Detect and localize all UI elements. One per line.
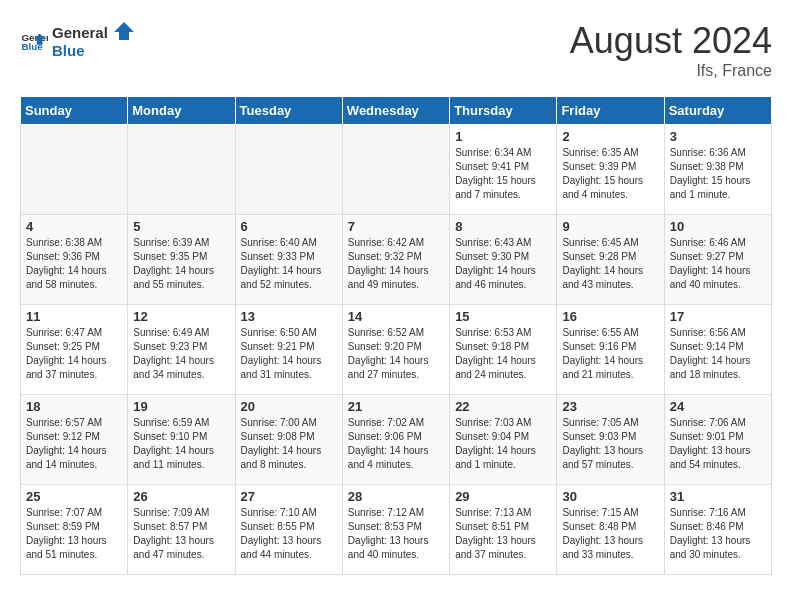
day-info: Sunrise: 6:34 AM Sunset: 9:41 PM Dayligh… [455, 146, 551, 202]
calendar-cell [235, 125, 342, 215]
day-number: 3 [670, 129, 766, 144]
calendar-cell: 14Sunrise: 6:52 AM Sunset: 9:20 PM Dayli… [342, 305, 449, 395]
week-row-5: 25Sunrise: 7:07 AM Sunset: 8:59 PM Dayli… [21, 485, 772, 575]
day-number: 29 [455, 489, 551, 504]
calendar-cell [21, 125, 128, 215]
day-info: Sunrise: 6:46 AM Sunset: 9:27 PM Dayligh… [670, 236, 766, 292]
day-number: 19 [133, 399, 229, 414]
day-number: 15 [455, 309, 551, 324]
calendar-cell: 23Sunrise: 7:05 AM Sunset: 9:03 PM Dayli… [557, 395, 664, 485]
day-number: 31 [670, 489, 766, 504]
day-info: Sunrise: 7:06 AM Sunset: 9:01 PM Dayligh… [670, 416, 766, 472]
day-number: 16 [562, 309, 658, 324]
logo-icon: General Blue [20, 28, 48, 56]
svg-marker-4 [114, 22, 134, 40]
calendar-cell: 27Sunrise: 7:10 AM Sunset: 8:55 PM Dayli… [235, 485, 342, 575]
day-number: 24 [670, 399, 766, 414]
calendar-cell: 3Sunrise: 6:36 AM Sunset: 9:38 PM Daylig… [664, 125, 771, 215]
day-info: Sunrise: 6:35 AM Sunset: 9:39 PM Dayligh… [562, 146, 658, 202]
day-info: Sunrise: 7:09 AM Sunset: 8:57 PM Dayligh… [133, 506, 229, 562]
calendar-cell: 21Sunrise: 7:02 AM Sunset: 9:06 PM Dayli… [342, 395, 449, 485]
day-info: Sunrise: 7:16 AM Sunset: 8:46 PM Dayligh… [670, 506, 766, 562]
calendar-cell: 6Sunrise: 6:40 AM Sunset: 9:33 PM Daylig… [235, 215, 342, 305]
day-header-saturday: Saturday [664, 97, 771, 125]
day-number: 30 [562, 489, 658, 504]
calendar-cell: 9Sunrise: 6:45 AM Sunset: 9:28 PM Daylig… [557, 215, 664, 305]
day-number: 27 [241, 489, 337, 504]
calendar-cell: 30Sunrise: 7:15 AM Sunset: 8:48 PM Dayli… [557, 485, 664, 575]
day-info: Sunrise: 7:10 AM Sunset: 8:55 PM Dayligh… [241, 506, 337, 562]
calendar-cell: 18Sunrise: 6:57 AM Sunset: 9:12 PM Dayli… [21, 395, 128, 485]
calendar-cell: 29Sunrise: 7:13 AM Sunset: 8:51 PM Dayli… [450, 485, 557, 575]
day-number: 9 [562, 219, 658, 234]
day-info: Sunrise: 6:40 AM Sunset: 9:33 PM Dayligh… [241, 236, 337, 292]
calendar-cell: 26Sunrise: 7:09 AM Sunset: 8:57 PM Dayli… [128, 485, 235, 575]
location: Ifs, France [570, 62, 772, 80]
page-header: General Blue General Blue August 2024 If… [20, 20, 772, 80]
day-info: Sunrise: 7:07 AM Sunset: 8:59 PM Dayligh… [26, 506, 122, 562]
title-block: August 2024 Ifs, France [570, 20, 772, 80]
day-header-tuesday: Tuesday [235, 97, 342, 125]
day-number: 8 [455, 219, 551, 234]
calendar-cell: 25Sunrise: 7:07 AM Sunset: 8:59 PM Dayli… [21, 485, 128, 575]
calendar-cell: 17Sunrise: 6:56 AM Sunset: 9:14 PM Dayli… [664, 305, 771, 395]
day-number: 13 [241, 309, 337, 324]
calendar-cell: 2Sunrise: 6:35 AM Sunset: 9:39 PM Daylig… [557, 125, 664, 215]
day-number: 7 [348, 219, 444, 234]
day-number: 10 [670, 219, 766, 234]
week-row-1: 1Sunrise: 6:34 AM Sunset: 9:41 PM Daylig… [21, 125, 772, 215]
day-info: Sunrise: 7:15 AM Sunset: 8:48 PM Dayligh… [562, 506, 658, 562]
calendar-cell [342, 125, 449, 215]
svg-text:Blue: Blue [52, 42, 85, 59]
day-number: 2 [562, 129, 658, 144]
day-number: 18 [26, 399, 122, 414]
day-number: 23 [562, 399, 658, 414]
day-info: Sunrise: 6:47 AM Sunset: 9:25 PM Dayligh… [26, 326, 122, 382]
day-info: Sunrise: 6:38 AM Sunset: 9:36 PM Dayligh… [26, 236, 122, 292]
calendar-cell: 4Sunrise: 6:38 AM Sunset: 9:36 PM Daylig… [21, 215, 128, 305]
calendar-cell: 31Sunrise: 7:16 AM Sunset: 8:46 PM Dayli… [664, 485, 771, 575]
day-info: Sunrise: 6:45 AM Sunset: 9:28 PM Dayligh… [562, 236, 658, 292]
day-header-thursday: Thursday [450, 97, 557, 125]
day-info: Sunrise: 6:49 AM Sunset: 9:23 PM Dayligh… [133, 326, 229, 382]
day-info: Sunrise: 6:52 AM Sunset: 9:20 PM Dayligh… [348, 326, 444, 382]
day-info: Sunrise: 7:05 AM Sunset: 9:03 PM Dayligh… [562, 416, 658, 472]
day-number: 4 [26, 219, 122, 234]
calendar-cell: 11Sunrise: 6:47 AM Sunset: 9:25 PM Dayli… [21, 305, 128, 395]
week-row-2: 4Sunrise: 6:38 AM Sunset: 9:36 PM Daylig… [21, 215, 772, 305]
day-number: 1 [455, 129, 551, 144]
day-info: Sunrise: 6:56 AM Sunset: 9:14 PM Dayligh… [670, 326, 766, 382]
day-info: Sunrise: 6:36 AM Sunset: 9:38 PM Dayligh… [670, 146, 766, 202]
calendar-cell: 22Sunrise: 7:03 AM Sunset: 9:04 PM Dayli… [450, 395, 557, 485]
month-title: August 2024 [570, 20, 772, 62]
day-info: Sunrise: 6:55 AM Sunset: 9:16 PM Dayligh… [562, 326, 658, 382]
day-number: 17 [670, 309, 766, 324]
day-info: Sunrise: 6:57 AM Sunset: 9:12 PM Dayligh… [26, 416, 122, 472]
day-number: 21 [348, 399, 444, 414]
calendar-cell: 15Sunrise: 6:53 AM Sunset: 9:18 PM Dayli… [450, 305, 557, 395]
calendar-cell: 10Sunrise: 6:46 AM Sunset: 9:27 PM Dayli… [664, 215, 771, 305]
day-header-friday: Friday [557, 97, 664, 125]
calendar-cell: 5Sunrise: 6:39 AM Sunset: 9:35 PM Daylig… [128, 215, 235, 305]
day-number: 20 [241, 399, 337, 414]
day-number: 12 [133, 309, 229, 324]
calendar-cell: 13Sunrise: 6:50 AM Sunset: 9:21 PM Dayli… [235, 305, 342, 395]
day-info: Sunrise: 7:00 AM Sunset: 9:08 PM Dayligh… [241, 416, 337, 472]
calendar-cell: 8Sunrise: 6:43 AM Sunset: 9:30 PM Daylig… [450, 215, 557, 305]
calendar-cell: 12Sunrise: 6:49 AM Sunset: 9:23 PM Dayli… [128, 305, 235, 395]
days-header-row: SundayMondayTuesdayWednesdayThursdayFrid… [21, 97, 772, 125]
day-number: 6 [241, 219, 337, 234]
day-info: Sunrise: 6:43 AM Sunset: 9:30 PM Dayligh… [455, 236, 551, 292]
day-info: Sunrise: 7:12 AM Sunset: 8:53 PM Dayligh… [348, 506, 444, 562]
calendar-cell: 19Sunrise: 6:59 AM Sunset: 9:10 PM Dayli… [128, 395, 235, 485]
logo-text: General Blue [52, 20, 142, 64]
day-number: 22 [455, 399, 551, 414]
day-header-sunday: Sunday [21, 97, 128, 125]
day-info: Sunrise: 7:13 AM Sunset: 8:51 PM Dayligh… [455, 506, 551, 562]
day-header-wednesday: Wednesday [342, 97, 449, 125]
day-header-monday: Monday [128, 97, 235, 125]
day-info: Sunrise: 6:59 AM Sunset: 9:10 PM Dayligh… [133, 416, 229, 472]
day-info: Sunrise: 6:50 AM Sunset: 9:21 PM Dayligh… [241, 326, 337, 382]
calendar-cell: 7Sunrise: 6:42 AM Sunset: 9:32 PM Daylig… [342, 215, 449, 305]
day-number: 5 [133, 219, 229, 234]
